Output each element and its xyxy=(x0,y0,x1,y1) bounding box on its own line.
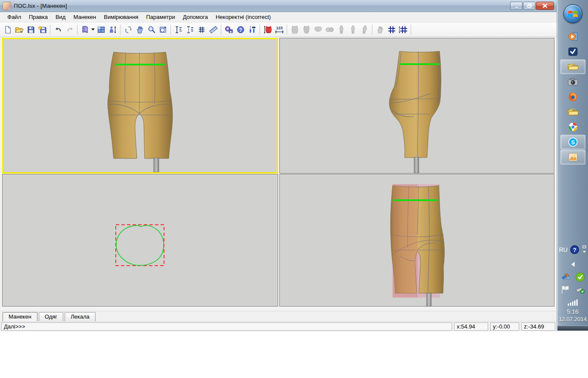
torso-corset-disabled-button[interactable] xyxy=(300,24,312,35)
layers-book-icon xyxy=(81,25,90,34)
layers-dropdown-button[interactable] xyxy=(91,24,95,35)
viewport-front[interactable] xyxy=(2,38,278,174)
save-icon xyxy=(27,25,35,34)
torso-front-disabled-button[interactable] xyxy=(289,24,300,35)
screenshot-root: ПОС.lsx - [Манекен] Файл Правка xyxy=(0,0,588,378)
clock[interactable]: 5:16 12.07.2014 xyxy=(559,308,587,323)
taskbar-folder2[interactable] xyxy=(560,105,585,119)
save-special-button[interactable] xyxy=(37,24,48,35)
window-title: ПОС.lsx - [Манекен] xyxy=(14,3,67,9)
restore-button[interactable] xyxy=(523,2,535,10)
mannequin-size-button[interactable] xyxy=(107,24,118,35)
image-app-icon xyxy=(568,152,578,162)
overlay-tint xyxy=(393,184,418,297)
viewport-side[interactable] xyxy=(279,38,554,174)
taskbar-camera[interactable] xyxy=(560,74,585,89)
grid-step-button[interactable] xyxy=(397,24,409,35)
hips-disabled-button[interactable] xyxy=(312,24,324,35)
action-center-flag-icon[interactable] xyxy=(560,285,571,294)
dimension-vertical-icon xyxy=(174,25,183,34)
dimension-vertical-button[interactable] xyxy=(173,24,184,35)
tray-tool-icon[interactable] xyxy=(560,273,571,282)
minimize-button[interactable] xyxy=(510,2,523,10)
zoom-magnifier-button[interactable] xyxy=(145,24,157,35)
tray-help-icon[interactable]: ? xyxy=(570,245,579,254)
tab-clothing[interactable]: Одяг xyxy=(39,312,63,321)
pan-hand-button[interactable] xyxy=(134,24,145,35)
folder2-icon xyxy=(567,107,579,117)
firefox-icon xyxy=(568,92,578,102)
svg-text:S: S xyxy=(571,139,575,146)
status-coord-y: y:-0.00 xyxy=(490,322,519,331)
figure-back-disabled-button[interactable] xyxy=(359,24,370,35)
perspective-scene xyxy=(280,174,554,306)
viewport-section[interactable] xyxy=(2,174,278,307)
hand-mannequin-disabled-button[interactable] xyxy=(374,24,386,35)
save-button[interactable] xyxy=(25,24,37,35)
show-desktop-button[interactable] xyxy=(557,325,588,331)
zoom-extents-button[interactable] xyxy=(157,24,169,35)
taskbar-media-player[interactable] xyxy=(560,29,585,44)
show-hidden-icons-button[interactable] xyxy=(570,261,576,267)
menu-edit[interactable]: Правка xyxy=(25,12,52,22)
viewport-perspective[interactable] xyxy=(279,174,554,307)
taskbar-task-check[interactable] xyxy=(560,44,585,59)
taskbar-explorer[interactable] xyxy=(560,59,585,74)
tray-green-check-icon[interactable] xyxy=(575,272,585,282)
menu-measurement[interactable]: Вимірювання xyxy=(100,12,142,22)
undo-button[interactable] xyxy=(52,24,64,35)
dim-123-label: 123 xyxy=(276,26,282,30)
tools-button[interactable] xyxy=(246,24,258,35)
status-coord-z: z:-34.69 xyxy=(521,322,555,331)
taskbar-skype[interactable]: S xyxy=(560,135,585,149)
close-icon xyxy=(542,3,548,8)
viewport-layout-button[interactable] xyxy=(95,24,107,35)
close-button[interactable] xyxy=(536,2,554,10)
rotate-view-button[interactable] xyxy=(122,24,134,35)
language-bar-options-icon[interactable] xyxy=(582,245,587,254)
grid-icon xyxy=(387,25,396,34)
dimension-123-button[interactable]: 123 xyxy=(273,24,285,35)
snapshot-save-icon xyxy=(224,25,233,34)
front-view-scene xyxy=(3,39,277,172)
tab-patterns[interactable]: Лекала xyxy=(65,312,96,321)
layers-book-button[interactable] xyxy=(79,24,91,35)
menu-incorrect[interactable]: Некоректні (incorrect) xyxy=(212,12,275,22)
zoom-magnifier-icon xyxy=(147,25,156,34)
menu-parameters[interactable]: Параметри xyxy=(142,12,179,22)
taskbar-chrome[interactable] xyxy=(560,120,585,134)
start-button[interactable] xyxy=(563,4,582,23)
menu-mannequin[interactable]: Манекен xyxy=(69,12,100,22)
language-indicator[interactable]: RU xyxy=(559,246,567,253)
help-button[interactable]: ? xyxy=(235,24,246,35)
menu-help[interactable]: Допомога xyxy=(179,12,212,22)
taskbar-image-app[interactable] xyxy=(560,150,585,164)
tools-icon xyxy=(248,25,257,34)
dimension-vertical-dashed-button[interactable] xyxy=(184,24,196,35)
clock-date: 12.07.2014 xyxy=(559,316,587,323)
menu-view[interactable]: Вид xyxy=(52,12,70,22)
tab-mannequin[interactable]: Манекен xyxy=(3,312,37,321)
ruler-button[interactable] xyxy=(207,24,219,35)
spheres-disabled-button[interactable] xyxy=(324,24,335,35)
hips-icon xyxy=(313,25,323,34)
figure-side-disabled-button[interactable] xyxy=(347,24,359,35)
measure-mannequin-button[interactable] xyxy=(262,24,273,35)
new-file-button[interactable] xyxy=(2,24,13,35)
waist-section-curve[interactable] xyxy=(116,226,164,266)
snapshot-save-button[interactable] xyxy=(223,24,235,35)
ruler-icon xyxy=(209,25,218,34)
redo-button[interactable] xyxy=(64,24,75,35)
dimension-double-button[interactable] xyxy=(196,24,207,35)
taskbar-firefox[interactable] xyxy=(560,90,585,104)
figure-front-disabled-button[interactable] xyxy=(335,24,347,35)
network-signal-icon[interactable] xyxy=(567,299,579,306)
menu-file[interactable]: Файл xyxy=(3,12,25,22)
safely-remove-device-icon[interactable] xyxy=(575,285,585,294)
grid-button[interactable] xyxy=(386,24,397,35)
undo-icon xyxy=(54,25,62,34)
open-file-button[interactable] xyxy=(13,24,25,35)
check-app-icon xyxy=(568,46,578,57)
figure-back-icon xyxy=(360,25,369,34)
camera-icon xyxy=(567,77,579,87)
